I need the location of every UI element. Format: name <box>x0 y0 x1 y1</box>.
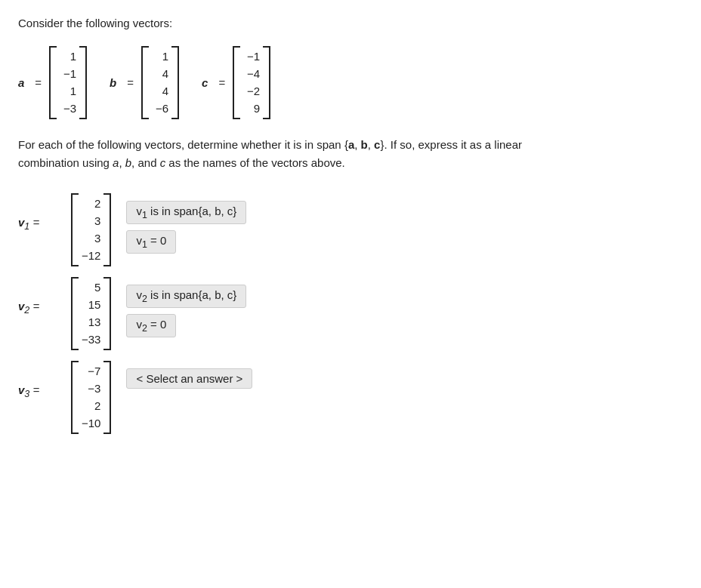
problem-v2: v2 = 5 15 13 −33 v2 is in span{a, b, c} … <box>18 277 683 350</box>
vector-b-bracket: 1 4 4 −6 <box>141 46 179 119</box>
v1-val4: −12 <box>82 247 100 264</box>
vector-b-expr: b = 1 4 4 −6 <box>110 46 179 119</box>
desc-line1: For each of the following vectors, deter… <box>18 136 683 154</box>
vector-b-values: 1 4 4 −6 <box>152 46 168 119</box>
desc-line2: combination using a, b, and c as the nam… <box>18 154 683 172</box>
vectors-display: a = 1 −1 1 −3 b = 1 4 4 −6 <box>18 46 683 119</box>
v3-values: −7 −3 2 −10 <box>82 361 100 434</box>
vector-b-v1: 1 <box>152 48 168 65</box>
v1-bracket: 2 3 3 −12 <box>71 193 111 266</box>
v3-label: v3 = <box>18 383 39 399</box>
v1-span-row: v1 is in span{a, b, c} <box>126 201 246 224</box>
vector-c-values: −1 −4 −2 9 <box>243 46 260 119</box>
vector-a-bracket: 1 −1 1 −3 <box>49 46 87 119</box>
v1-combo-answer[interactable]: v1 = 0 <box>126 230 176 254</box>
v1-combo-row: v1 = 0 <box>126 230 246 254</box>
v3-val4: −10 <box>82 414 100 432</box>
problem-v3: v3 = −7 −3 2 −10 < Select an answer > <box>18 361 683 434</box>
v1-val1: 2 <box>84 195 100 212</box>
v2-combo-row: v2 = 0 <box>126 314 246 337</box>
v2-values: 5 15 13 −33 <box>82 277 100 350</box>
v2-val1: 5 <box>84 279 100 296</box>
v3-bracket: −7 −3 2 −10 <box>71 361 111 434</box>
v3-val3: 2 <box>84 397 100 414</box>
vector-a-label: a <box>18 76 24 89</box>
v2-label-container: v2 = <box>18 277 56 316</box>
vector-c-v3: −2 <box>243 82 260 100</box>
v1-answer-area: v1 is in span{a, b, c} v1 = 0 <box>126 193 246 254</box>
vector-a-v4: −3 <box>60 100 76 117</box>
vector-a-values: 1 −1 1 −3 <box>60 46 76 119</box>
v2-val4: −33 <box>82 331 100 348</box>
v3-span-row: < Select an answer > <box>126 368 252 389</box>
vector-c-label: c <box>202 76 208 89</box>
description: For each of the following vectors, deter… <box>18 136 683 172</box>
vector-a-v3: 1 <box>60 82 76 100</box>
vector-c-bracket: −1 −4 −2 9 <box>233 46 270 119</box>
v1-val3: 3 <box>84 229 100 247</box>
v2-bracket: 5 15 13 −33 <box>71 277 111 350</box>
intro-text: Consider the following vectors: <box>18 15 683 32</box>
v3-val2: −3 <box>84 380 100 397</box>
v1-span-answer[interactable]: v1 is in span{a, b, c} <box>126 201 246 224</box>
v1-label: v1 = <box>18 216 39 232</box>
v1-val2: 3 <box>84 212 100 229</box>
v2-answer-area: v2 is in span{a, b, c} v2 = 0 <box>126 277 246 337</box>
v2-span-row: v2 is in span{a, b, c} <box>126 285 246 308</box>
vector-c-expr: c = −1 −4 −2 9 <box>202 46 270 119</box>
v2-combo-answer[interactable]: v2 = 0 <box>126 314 176 337</box>
v3-answer-area: < Select an answer > <box>126 361 252 389</box>
vector-a-v1: 1 <box>60 48 76 65</box>
v1-label-container: v1 = <box>18 193 56 232</box>
vector-b-v3: 4 <box>152 82 168 100</box>
vector-c-v4: 9 <box>243 100 260 117</box>
problems-area: v1 = 2 3 3 −12 v1 is in span{a, b, c} v1… <box>18 193 683 445</box>
vector-b-v2: 4 <box>152 65 168 82</box>
v3-label-container: v3 = <box>18 361 56 399</box>
vector-a-v2: −1 <box>60 65 76 82</box>
v2-span-answer[interactable]: v2 is in span{a, b, c} <box>126 285 246 308</box>
vector-c-v2: −4 <box>243 65 260 82</box>
v3-val1: −7 <box>84 362 100 380</box>
v1-values: 2 3 3 −12 <box>82 193 100 266</box>
v2-val3: 13 <box>84 313 100 331</box>
v2-val2: 15 <box>84 296 100 313</box>
vector-c-v1: −1 <box>243 48 260 65</box>
v2-label: v2 = <box>18 300 39 316</box>
vector-b-label: b <box>110 76 116 89</box>
problem-v1: v1 = 2 3 3 −12 v1 is in span{a, b, c} v1… <box>18 193 683 266</box>
vector-a-expr: a = 1 −1 1 −3 <box>18 46 87 119</box>
v3-select-answer[interactable]: < Select an answer > <box>126 368 252 389</box>
vector-b-v4: −6 <box>152 100 168 117</box>
